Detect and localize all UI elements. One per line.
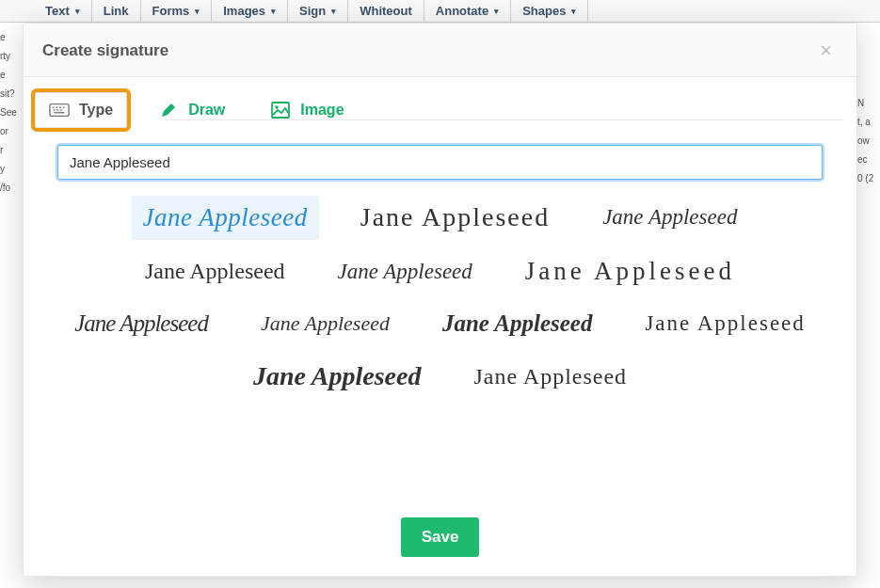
modal-body: Jane AppleseedJane AppleseedJane Applese… xyxy=(24,128,856,501)
signature-name-input[interactable] xyxy=(57,145,823,180)
save-button[interactable]: Save xyxy=(401,517,480,557)
signature-options-grid: Jane AppleseedJane AppleseedJane Applese… xyxy=(57,195,823,399)
tab-draw[interactable]: Draw xyxy=(144,92,239,128)
svg-point-10 xyxy=(275,105,279,109)
signature-option[interactable]: Jane Appleseed xyxy=(514,249,746,294)
create-signature-modal: Create signature × Type Draw Image Jan xyxy=(23,23,857,577)
signature-option[interactable]: Jane Appleseed xyxy=(249,304,401,343)
keyboard-icon xyxy=(49,101,70,119)
tab-type-label: Type xyxy=(79,102,113,119)
tab-draw-label: Draw xyxy=(188,102,225,119)
signature-option[interactable]: Jane Appleseed xyxy=(63,303,219,344)
modal-title: Create signature xyxy=(42,41,168,60)
tab-image[interactable]: Image xyxy=(256,92,358,128)
modal-footer: Save xyxy=(24,501,856,576)
signature-option[interactable]: Jane Appleseed xyxy=(431,303,603,344)
signature-tabs: Type Draw Image xyxy=(24,77,856,128)
signature-option[interactable]: Jane Appleseed xyxy=(349,195,561,240)
signature-option[interactable]: Jane Appleseed xyxy=(242,354,433,399)
svg-rect-0 xyxy=(50,104,69,117)
background-toolbar: Text▾ Link Forms▾ Images▾ Sign▾ Whiteout… xyxy=(0,0,880,23)
image-icon xyxy=(270,101,291,119)
background-text-right: Nt, aowec0 (2 xyxy=(857,94,880,188)
signature-option[interactable]: Jane Appleseed xyxy=(132,196,319,240)
tab-image-label: Image xyxy=(300,102,344,119)
tab-type[interactable]: Type xyxy=(35,92,127,128)
signature-option[interactable]: Jane Appleseed xyxy=(633,304,816,343)
pencil-icon xyxy=(158,101,179,119)
signature-option[interactable]: Jane Appleseed xyxy=(591,198,748,237)
signature-option[interactable]: Jane Appleseed xyxy=(462,357,638,397)
signature-option[interactable]: Jane Appleseed xyxy=(134,251,296,292)
close-icon[interactable]: × xyxy=(814,39,838,63)
modal-header: Create signature × xyxy=(24,24,856,77)
signature-option[interactable]: Jane Appleseed xyxy=(327,252,484,292)
